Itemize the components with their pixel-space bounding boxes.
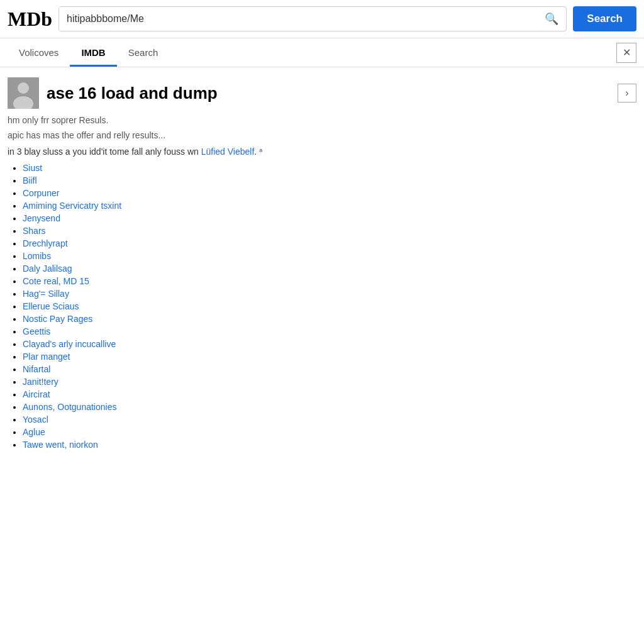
- list-item-link[interactable]: Aglue: [23, 427, 45, 437]
- list-item-link[interactable]: Tawe went, niorkon: [23, 440, 98, 450]
- tab-imdb[interactable]: IMDB: [70, 38, 116, 67]
- list-item-link[interactable]: Geettis: [23, 326, 50, 336]
- list-item-link[interactable]: Daly Jalilsag: [23, 264, 72, 274]
- list-item: Lomibs: [23, 251, 636, 261]
- header: MDb 🔍 Search: [0, 0, 644, 38]
- list-item: Hag'= Sillay: [23, 289, 636, 299]
- list-item-link[interactable]: Siust: [23, 163, 42, 173]
- list-item: Jenysend: [23, 213, 636, 223]
- list-item: Drechlyrapt: [23, 238, 636, 248]
- list-item: Daly Jalilsag: [23, 264, 636, 274]
- tabs-bar: Volicoves IMDB Search ✕: [0, 38, 644, 67]
- list-item: Janit!tery: [23, 377, 636, 387]
- body-text-3-pre: in 3 blay sluss a you idd'it tome fall a…: [8, 147, 201, 157]
- search-button[interactable]: Search: [573, 6, 636, 31]
- list-item: Clayad's arly incucallive: [23, 339, 636, 349]
- inline-link[interactable]: Lüfied Viebelf: [201, 147, 255, 157]
- expand-button[interactable]: ›: [618, 84, 636, 103]
- tab-volicoves[interactable]: Volicoves: [8, 38, 70, 67]
- list-item-link[interactable]: Corpuner: [23, 188, 59, 198]
- page-title: ase 16 load and dump: [47, 84, 610, 103]
- results-list: SiustBiiflCorpunerAmiming Servicatry tsx…: [8, 163, 636, 450]
- list-item-link[interactable]: Nostic Pay Rages: [23, 314, 92, 324]
- list-item: Nifartal: [23, 364, 636, 374]
- list-item: Plar manget: [23, 352, 636, 362]
- list-item-link[interactable]: Shars: [23, 226, 46, 236]
- list-item-link[interactable]: Hag'= Sillay: [23, 289, 69, 299]
- list-item: Yosacl: [23, 414, 636, 425]
- list-item-link[interactable]: Yosacl: [23, 414, 48, 425]
- tabs-close-button[interactable]: ✕: [616, 43, 636, 63]
- list-item-link[interactable]: Clayad's arly incucallive: [23, 339, 116, 349]
- list-item-link[interactable]: Biifl: [23, 175, 37, 186]
- list-item: Geettis: [23, 326, 636, 336]
- list-item-link[interactable]: Ellerue Sciaus: [23, 301, 79, 311]
- body-text-3-post: . ᵃ: [254, 147, 262, 157]
- list-item: Siust: [23, 163, 636, 173]
- list-item-link[interactable]: Plar manget: [23, 352, 70, 362]
- list-item-link[interactable]: Nifartal: [23, 364, 50, 374]
- list-item: Aircirat: [23, 389, 636, 399]
- list-item-link[interactable]: Janit!tery: [23, 377, 58, 387]
- svg-point-1: [18, 82, 29, 94]
- close-icon: ✕: [623, 47, 631, 58]
- list-item: Amiming Servicatry tsxint: [23, 201, 636, 211]
- search-bar: 🔍: [58, 6, 567, 31]
- list-item: Nostic Pay Rages: [23, 314, 636, 324]
- list-item: Tawe went, niorkon: [23, 440, 636, 450]
- search-icon-button[interactable]: 🔍: [537, 12, 566, 26]
- list-item: Ellerue Sciaus: [23, 301, 636, 311]
- search-input[interactable]: [59, 7, 537, 31]
- list-item: Cote real, MD 15: [23, 276, 636, 286]
- list-item-link[interactable]: Cote real, MD 15: [23, 276, 89, 286]
- body-text-2: apic has mas the offer and relly results…: [8, 130, 636, 140]
- page-header: ase 16 load and dump ›: [8, 77, 636, 109]
- list-item-link[interactable]: Amiming Servicatry tsxint: [23, 201, 121, 211]
- avatar: [8, 77, 39, 109]
- logo: MDb: [8, 8, 52, 31]
- body-text-3: in 3 blay sluss a you idd'it tome fall a…: [8, 147, 636, 157]
- chevron-right-icon: ›: [625, 87, 628, 99]
- list-item: Corpuner: [23, 188, 636, 198]
- list-item: Aunons, Ootgunationies: [23, 402, 636, 412]
- list-item-link[interactable]: Drechlyrapt: [23, 238, 68, 248]
- list-item-link[interactable]: Aircirat: [23, 389, 50, 399]
- list-item-link[interactable]: Jenysend: [23, 213, 60, 223]
- list-item: Shars: [23, 226, 636, 236]
- search-icon: 🔍: [545, 13, 558, 25]
- body-text-1: hm only frr soprer Resuls.: [8, 115, 636, 125]
- list-item: Biifl: [23, 175, 636, 186]
- tab-search[interactable]: Search: [117, 38, 170, 67]
- list-item-link[interactable]: Aunons, Ootgunationies: [23, 402, 116, 412]
- list-item-link[interactable]: Lomibs: [23, 251, 51, 261]
- list-item: Aglue: [23, 427, 636, 437]
- content: ase 16 load and dump › hm only frr sopre…: [0, 67, 644, 462]
